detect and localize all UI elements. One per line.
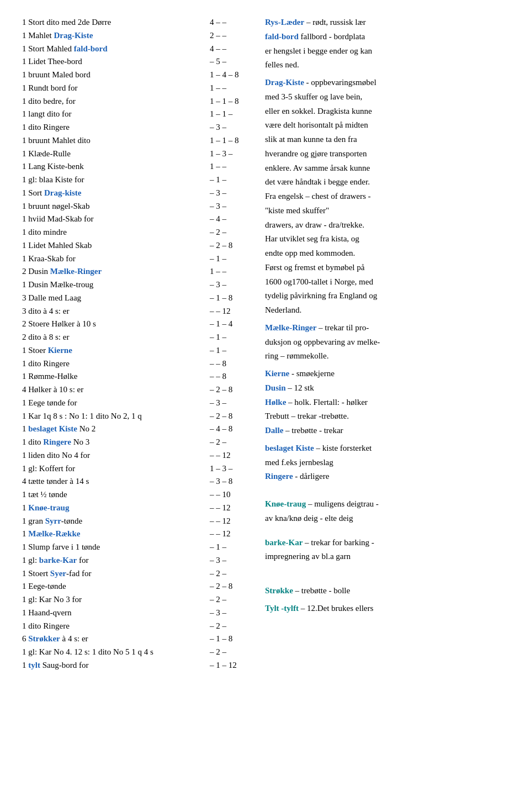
entry-nums: – 1 – 8 <box>210 292 254 304</box>
entry-nums: – 2 – <box>210 568 254 580</box>
right-paragraph: Strøkke – trebøtte - bolle <box>265 585 530 597</box>
right-paragraph: slik at man kunne ta den fra <box>265 134 530 146</box>
list-item: 1 dito Ringere No 3– 2 – <box>22 436 254 449</box>
entry-nums: – – 12 <box>210 528 254 540</box>
entry-nums: – 2 – <box>210 594 254 606</box>
list-item: 1 Rømme-Hølke– – 8 <box>22 371 254 383</box>
entry-nums: 1 – 1 – 8 <box>210 96 254 108</box>
list-item: 1 gran Syrr-tønde– – 12 <box>22 515 254 528</box>
entry-text: 1 dito Ringere <box>22 620 210 632</box>
entry-text: 4 tætte tønder à 14 s <box>22 476 210 488</box>
entry-nums: – 3 – 8 <box>210 476 254 488</box>
right-paragraph: fald-bord fallbord - bordplata <box>265 31 530 43</box>
entry-nums: – 4 – <box>210 213 254 225</box>
list-item: 3 Dalle med Laag– 1 – 8 <box>22 292 254 304</box>
entry-nums: – 1 – <box>210 345 254 357</box>
entry-nums: – 1 – <box>210 174 254 186</box>
list-item: 1 hviid Mad-Skab for– 4 – <box>22 213 254 225</box>
list-item: 1 Eege-tønde– 2 – 8 <box>22 581 254 593</box>
entry-nums: 1 – 1 – <box>210 108 254 120</box>
list-item: 1 bruunt Maled bord1 – 4 – 8 <box>22 69 254 81</box>
list-item: 1 Rundt bord for1 – – <box>22 82 254 94</box>
entry-nums: 1 – – <box>210 161 254 173</box>
entry-text: 1 dito bedre, for <box>22 96 210 108</box>
list-item: 1 Stoer Kierne– 1 – <box>22 345 254 357</box>
list-item: 1 langt dito for1 – 1 – <box>22 108 254 120</box>
entry-nums: 4 – – <box>210 43 254 55</box>
entry-text: 1 bruunt Maled bord <box>22 69 210 81</box>
list-item: 1 beslaget Kiste No 2– 4 – 8 <box>22 423 254 435</box>
entry-nums: 1 – 4 – 8 <box>210 69 254 81</box>
list-item: 1 Lidet Mahled Skab– 2 – 8 <box>22 240 254 252</box>
list-item: 1 Eege tønde for– 3 – <box>22 397 254 409</box>
right-paragraph: eller en sokkel. Dragkista kunne <box>265 106 530 118</box>
list-item: 4 Hølker à 10 s: er– 2 – 8 <box>22 384 254 396</box>
list-item: 1 gl: Kar No 3 for– 2 – <box>22 594 254 606</box>
entry-text: 1 Kar 1q 8 s : No 1: 1 dito No 2, 1 q <box>22 410 210 423</box>
right-paragraph: "kiste med skuffer" <box>265 205 530 217</box>
entry-nums: – 3 – <box>210 122 254 134</box>
right-paragraph: Trebutt – trekar -trebøtte. <box>265 410 530 423</box>
entry-text: 3 Dalle med Laag <box>22 292 210 304</box>
right-paragraph: av kna/knø deig - elte deig <box>265 513 530 525</box>
list-item: 1 Kraa-Skab for– 1 – <box>22 253 254 265</box>
entry-nums: – 1 – <box>210 331 254 344</box>
right-paragraph: Fra engelsk – chest of drawers - <box>265 191 530 203</box>
right-paragraph: Nederland. <box>265 304 530 317</box>
right-paragraph: hverandre og gjøre transporten <box>265 148 530 160</box>
entry-text: 1 Kraa-Skab for <box>22 253 210 265</box>
entry-text: 1 gl: Kar No 4. 12 s: 1 dito No 5 1 q 4 … <box>22 646 210 658</box>
entry-nums: 1 – 3 – <box>210 148 254 160</box>
right-paragraph: Først og fremst et bymøbel på <box>265 262 530 274</box>
right-paragraph: Rys-Læder – rødt, russisk lær <box>265 17 530 29</box>
entry-text: 1 tylt Saug-bord for <box>22 660 210 672</box>
entry-text: 1 Eege tønde for <box>22 397 210 409</box>
entry-nums: 1 – – <box>210 82 254 94</box>
entry-nums: – 5 – <box>210 56 254 68</box>
entry-text: 1 Dusin Mælke-troug <box>22 279 210 291</box>
entry-nums: – – 10 <box>210 489 254 501</box>
entry-text: 1 dito Ringere <box>22 122 210 134</box>
entry-nums: – 3 – <box>210 555 254 567</box>
right-paragraph: impregnering av bl.a garn <box>265 551 530 563</box>
entry-text: 1 Stoert Syer-fad for <box>22 568 210 580</box>
right-paragraph: Hølke – holk. Flertall: - hølker <box>265 397 530 409</box>
entry-text: 1 bruunt nøgel-Skab <box>22 201 210 213</box>
entry-nums: – 1 – <box>210 541 254 553</box>
entry-nums: – 2 – 8 <box>210 384 254 396</box>
entry-text: 1 dito Ringere No 3 <box>22 436 210 449</box>
list-item: 2 Dusin Mælke-Ringer1 – – <box>22 266 254 278</box>
term-label: Rys-Læder <box>265 18 304 27</box>
list-item: 1 Knøe-traug– – 12 <box>22 502 254 514</box>
list-item: 2 Stoere Hølker à 10 s– 1 – 4 <box>22 318 254 330</box>
entry-text: 1 gl: blaa Kiste for <box>22 174 210 186</box>
term-label: Tylt -tylft <box>265 604 299 613</box>
list-item: 1 dito mindre– 2 – <box>22 226 254 239</box>
term-label: Trebutt <box>265 412 289 420</box>
entry-text: 2 Stoere Hølker à 10 s <box>22 318 210 330</box>
entry-text: 1 beslaget Kiste No 2 <box>22 423 210 435</box>
list-item: 1 Stort Mahled fald-bord4 – – <box>22 43 254 55</box>
entry-nums: 1 – 1 – 8 <box>210 135 254 147</box>
entry-text: 1 Klæde-Rulle <box>22 148 210 160</box>
entry-text: 1 Rømme-Hølke <box>22 371 210 383</box>
term-label: Dalle <box>265 426 283 435</box>
entry-nums: – 2 – <box>210 620 254 632</box>
entry-text: 1 Eege-tønde <box>22 581 210 593</box>
entry-text: 3 dito à 4 s: er <box>22 305 210 318</box>
right-paragraph: Kierne - smøekjerne <box>265 368 530 380</box>
entry-text: 1 Sort Drag-kiste <box>22 187 210 199</box>
entry-text: 1 bruunt Mahlet dito <box>22 135 210 147</box>
entry-text: 4 Hølker à 10 s: er <box>22 384 210 396</box>
right-paragraph: Ringere - dårligere <box>265 471 530 483</box>
entry-text: 1 hviid Mad-Skab for <box>22 213 210 225</box>
right-paragraph: felles ned. <box>265 59 530 71</box>
list-item: 1 Stoert Syer-fad for– 2 – <box>22 568 254 580</box>
right-paragraph: med f.eks jernbeslag <box>265 457 530 469</box>
entry-nums: 2 – – <box>210 30 254 42</box>
right-paragraph: enklere. Av samme årsak kunne <box>265 162 530 175</box>
left-column: 1 Stort dito med 2de Dørre4 – –1 Mahlet … <box>22 17 254 673</box>
entry-text: 1 gl: Kar No 3 for <box>22 594 210 606</box>
list-item: 1 Lidet Thee-bord– 5 – <box>22 56 254 68</box>
list-item: 2 dito à 8 s: er– 1 – <box>22 331 254 344</box>
